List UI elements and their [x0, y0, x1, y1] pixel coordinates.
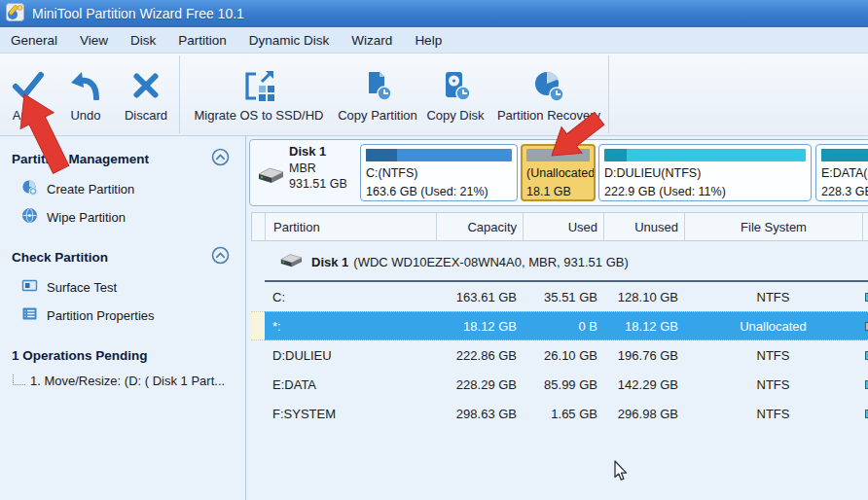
- table-row-e[interactable]: E:DATA 228.29 GB 85.99 GB 142.29 GB NTFS: [251, 370, 868, 399]
- menu-general[interactable]: General: [2, 29, 66, 52]
- disk-map-disk-info: Disk 1 MBR 931.51 GB: [254, 142, 359, 203]
- collapse-chevron-icon[interactable]: [211, 246, 230, 268]
- apply-check-icon: [12, 66, 45, 105]
- group-disk-details: (WDC WD10EZEX-08WN4A0, MBR, 931.51 GB): [353, 255, 628, 269]
- usage-bar: [526, 149, 590, 161]
- copy-disk-icon: [440, 66, 471, 105]
- menu-disk[interactable]: Disk: [122, 29, 164, 52]
- discard-x-icon: [131, 66, 161, 105]
- column-header-unused[interactable]: Unused: [604, 213, 685, 240]
- usage-bar: [366, 149, 512, 161]
- column-header-partition[interactable]: Partition: [266, 213, 437, 240]
- table-row-c[interactable]: C: 163.61 GB 35.51 GB 128.10 GB NTFS: [251, 282, 868, 311]
- column-header-used[interactable]: Used: [524, 213, 604, 240]
- section-title-partition-management: Partition Management: [12, 152, 211, 166]
- main-content: Disk 1 MBR 931.51 GB C:(NTFS) 163.6 GB (…: [246, 136, 868, 500]
- undo-button[interactable]: Undo: [56, 54, 115, 135]
- partition-recovery-button[interactable]: Partition Recovery: [491, 54, 606, 135]
- action-sidebar: Partition Management Create Partition: [0, 136, 246, 500]
- copy-disk-button[interactable]: Copy Disk: [419, 54, 491, 135]
- discard-button[interactable]: Discard: [115, 54, 177, 135]
- disk-map-block-c[interactable]: C:(NTFS) 163.6 GB (Used: 21%): [360, 144, 518, 201]
- disk-map-block-e[interactable]: E:DATA(N 228.3 GB: [815, 144, 868, 201]
- usage-bar: [821, 149, 868, 161]
- disk-group-row[interactable]: Disk 1 (WDC WD10EZEX-08WN4A0, MBR, 931.5…: [251, 241, 868, 282]
- collapse-chevron-icon[interactable]: [211, 148, 230, 169]
- copy-partition-button[interactable]: Copy Partition: [336, 54, 419, 135]
- column-header-capacity[interactable]: Capacity: [437, 213, 524, 240]
- menu-view[interactable]: View: [71, 29, 117, 52]
- toolbar-separator: [608, 55, 609, 133]
- title-bar: MiniTool Partition Wizard Free 10.1: [0, 0, 868, 27]
- disk-scheme: MBR: [289, 161, 347, 177]
- column-header-type[interactable]: T: [863, 213, 868, 240]
- table-row-d[interactable]: D:DULIEU 222.86 GB 26.10 GB 196.76 GB NT…: [251, 340, 868, 370]
- surface-test-icon: [21, 277, 38, 297]
- minitool-partition-wizard-window: MiniTool Partition Wizard Free 10.1 Gene…: [0, 0, 868, 500]
- menu-partition[interactable]: Partition: [169, 29, 235, 52]
- menu-help[interactable]: Help: [406, 29, 451, 52]
- section-title-check-partition: Check Partition: [12, 250, 211, 265]
- toolbar: Apply Undo Discard: [0, 54, 868, 136]
- app-logo-icon: [6, 3, 24, 24]
- create-partition-icon: [21, 179, 38, 198]
- migrate-os-icon: [242, 66, 275, 105]
- wipe-partition-icon: [21, 207, 38, 227]
- undo-arrow-icon: [70, 66, 101, 105]
- migrate-os-button[interactable]: Migrate OS to SSD/HD: [182, 54, 336, 135]
- apply-button[interactable]: Apply: [0, 54, 56, 135]
- partition-recovery-icon: [533, 66, 564, 105]
- table-row-unallocated-selected[interactable]: *: 18.12 GB 0 B 18.12 GB Unallocated: [251, 311, 868, 340]
- hard-disk-icon: [278, 252, 304, 271]
- group-disk-name: Disk 1: [311, 255, 348, 269]
- sidebar-item-partition-properties[interactable]: Partition Properties: [21, 306, 245, 324]
- section-title-operations-pending: 1 Operations Pending: [12, 348, 230, 363]
- menu-bar: General View Disk Partition Dynamic Disk…: [0, 27, 868, 54]
- sidebar-item-wipe-partition[interactable]: Wipe Partition: [21, 208, 245, 226]
- window-title: MiniTool Partition Wizard Free 10.1: [32, 6, 244, 21]
- partition-table: Partition Capacity Used Unused File Syst…: [251, 212, 868, 428]
- toolbar-separator: [179, 55, 180, 133]
- disk-size: 931.51 GB: [289, 176, 347, 193]
- operation-tree-icon: [13, 375, 25, 385]
- sidebar-item-create-partition[interactable]: Create Partition: [21, 180, 245, 197]
- menu-wizard[interactable]: Wizard: [343, 29, 401, 52]
- table-row-f[interactable]: F:SYSTEM 298.63 GB 1.65 GB 296.98 GB NTF…: [251, 399, 868, 428]
- column-header-rowmark[interactable]: [252, 213, 266, 240]
- sidebar-item-surface-test[interactable]: Surface Test: [21, 278, 245, 296]
- partition-properties-icon: [21, 305, 38, 325]
- usage-bar: [604, 149, 806, 161]
- disk-map-block-unallocated[interactable]: (Unallocated 18.1 GB: [521, 144, 596, 201]
- group-divider-line: [265, 280, 868, 282]
- table-header: Partition Capacity Used Unused File Syst…: [251, 212, 868, 241]
- hard-disk-icon: [256, 165, 285, 188]
- disk-map-panel: Disk 1 MBR 931.51 GB C:(NTFS) 163.6 GB (…: [249, 139, 868, 206]
- menu-dynamic-disk[interactable]: Dynamic Disk: [240, 29, 339, 52]
- pending-operation-item[interactable]: 1. Move/Resize: (D: ( Disk 1 Part...: [13, 374, 245, 388]
- disk-map-block-d[interactable]: D:DULIEU(NTFS) 222.9 GB (Used: 11%): [598, 144, 812, 201]
- disk-name: Disk 1: [289, 144, 347, 161]
- column-header-file-system[interactable]: File System: [685, 213, 863, 240]
- copy-partition-icon: [362, 66, 393, 105]
